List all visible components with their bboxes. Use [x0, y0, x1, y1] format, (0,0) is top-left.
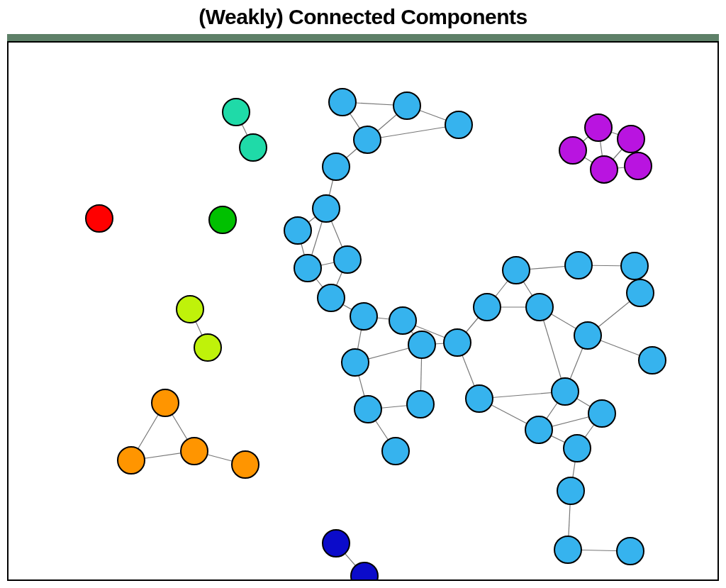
graph-node: [444, 329, 471, 356]
graph-node: [181, 438, 208, 465]
plot-area: [7, 41, 719, 581]
graph-node: [334, 246, 361, 273]
graph-node: [474, 294, 501, 321]
graph-node: [294, 255, 321, 282]
graph-node: [152, 389, 179, 416]
graph-node: [588, 400, 615, 427]
graph-node: [177, 296, 203, 323]
graph-node: [559, 137, 586, 164]
graph-node: [354, 126, 381, 153]
graph-node: [621, 253, 648, 279]
graph-node: [313, 195, 340, 222]
title-underline: [7, 34, 719, 41]
graph-node: [526, 294, 553, 321]
graph-node: [354, 396, 381, 423]
graph-node: [323, 530, 350, 557]
graph-node: [318, 284, 345, 311]
graph-node: [240, 134, 267, 161]
graph-node: [86, 205, 113, 232]
graph-node: [118, 447, 145, 474]
graph-node: [389, 307, 416, 334]
graph-node: [466, 385, 493, 412]
graph-node: [525, 416, 552, 443]
graph-node: [617, 538, 644, 565]
graph-node: [408, 331, 435, 358]
network-graph: [9, 43, 717, 579]
graph-node: [554, 536, 581, 563]
graph-node: [393, 92, 420, 119]
graph-node: [445, 111, 472, 138]
graph-node: [627, 279, 654, 306]
graph-node: [503, 257, 530, 284]
graph-node: [625, 152, 652, 179]
graph-node: [209, 206, 236, 233]
graph-node: [639, 347, 666, 374]
graph-node: [618, 126, 644, 152]
graph-node: [323, 153, 350, 180]
graph-node: [552, 378, 579, 405]
graph-node: [329, 89, 356, 116]
graph-node: [232, 451, 259, 478]
graph-node: [574, 322, 601, 349]
graph-node: [564, 435, 591, 462]
graph-node: [284, 217, 311, 244]
graph-node: [557, 477, 584, 504]
graph-node: [223, 99, 250, 126]
graph-node: [585, 114, 612, 141]
graph-node: [342, 349, 369, 376]
graph-node: [591, 156, 618, 183]
graph-node: [407, 391, 434, 418]
graph-node: [382, 438, 409, 465]
graph-node: [565, 252, 592, 279]
figure-container: (Weakly) Connected Components: [0, 0, 726, 588]
graph-node: [194, 334, 221, 361]
graph-node: [350, 303, 377, 330]
